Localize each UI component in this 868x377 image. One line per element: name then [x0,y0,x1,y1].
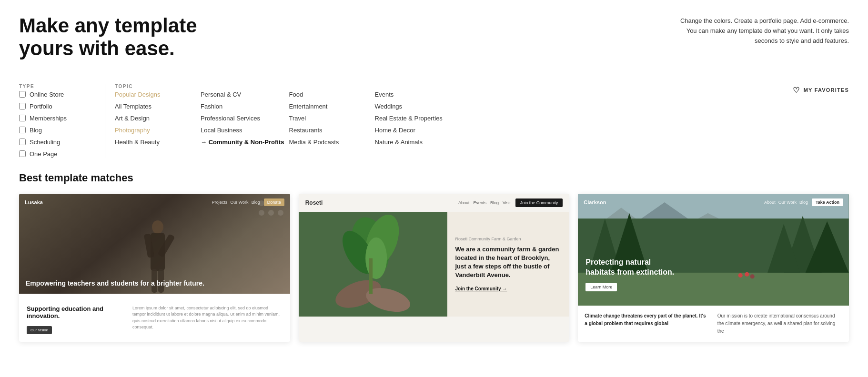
type-scheduling[interactable]: Scheduling [19,139,95,146]
topic-columns: Popular Designs All Templates Art & Desi… [115,91,793,146]
type-label-scheduling: Scheduling [30,139,60,146]
card-roseti-cta-btn[interactable]: Join the Community [515,198,563,207]
type-label-memberships: Memberships [30,115,67,122]
templates-grid: Lusaka Projects Our Work Blog Donate [19,194,849,342]
topic-col-1: Popular Designs All Templates Art & Desi… [115,91,201,146]
card-lusaka-bottom-right: Lorem ipsum dolor sit amet, consectetur … [132,305,283,334]
topic-all-templates[interactable]: All Templates [115,103,196,110]
template-card-roseti[interactable]: Roseti About Events Blog Visit Join the … [299,194,570,342]
topic-local-business[interactable]: Local Business [201,127,284,134]
card-lusaka-bottom: Supporting education and innovation. Our… [19,294,290,341]
topic-weddings[interactable]: Weddings [375,103,456,110]
type-label-online-store: Online Store [30,91,64,98]
template-card-clarkson[interactable]: Clarkson About Our Work Blog Take Action [578,194,849,342]
type-label-blog: Blog [30,127,42,134]
topic-photography[interactable]: Photography [115,127,196,134]
svg-point-6 [152,220,163,234]
type-label-one-page: One Page [30,150,58,158]
topic-filter-group: TOPIC Popular Designs All Templates Art … [115,84,793,146]
topic-art-design[interactable]: Art & Design [115,115,196,122]
svg-point-18 [365,237,387,279]
checkbox-blog[interactable] [19,127,26,133]
type-portfolio[interactable]: Portfolio [19,103,95,110]
type-online-store[interactable]: Online Store [19,91,95,98]
topic-community-nonprofits[interactable]: Community & Non-Profits [201,139,284,146]
card-clarkson-overlay-text: Protecting natural habitats from extinct… [585,258,681,278]
type-blog[interactable]: Blog [19,127,95,134]
svg-rect-19 [369,258,373,294]
card-roseti-sub: Roseti Community Farm & Garden [455,237,562,241]
checkbox-scheduling[interactable] [19,139,26,145]
card-roseti-main-text: We are a community farm & garden located… [455,245,562,280]
svg-point-33 [745,272,749,276]
header-description: Change the colors. Create a portfolio pa… [680,16,849,46]
topic-nature-animals[interactable]: Nature & Animals [375,139,456,146]
card-lusaka-nav: Lusaka Projects Our Work Blog Donate [25,198,284,206]
card-lusaka-bottom-title: Supporting education and innovation. [27,305,127,319]
topic-col-3: Food Entertainment Travel Restaurants Me… [289,91,375,146]
type-label-portfolio: Portfolio [30,103,52,110]
type-label: TYPE [19,84,95,89]
type-memberships[interactable]: Memberships [19,115,95,122]
topic-travel[interactable]: Travel [289,115,370,122]
card-clarkson-logo: Clarkson [584,199,606,205]
card-lusaka-nav-links: Projects Our Work Blog [212,200,260,205]
topic-col-4: Events Weddings Real Estate & Properties… [375,91,461,146]
topic-home-decor[interactable]: Home & Decor [375,127,456,134]
type-filter-group: TYPE Online Store Portfolio Memberships [19,84,95,158]
card-lusaka-logo: Lusaka [25,199,43,205]
topic-media-podcasts[interactable]: Media & Podcasts [289,139,370,146]
card-clarkson-action-btn[interactable]: Take Action [812,198,843,206]
type-one-page[interactable]: One Page [19,150,95,158]
topic-professional-services[interactable]: Professional Services [201,115,284,122]
svg-point-32 [738,273,743,278]
heart-icon: ♡ [793,86,800,95]
type-checkboxes: Online Store Portfolio Memberships Blog [19,91,95,158]
topic-real-estate[interactable]: Real Estate & Properties [375,115,456,122]
card-clarkson-bottom-col1: Climate change threatens every part of t… [585,312,709,335]
card-clarkson-learn-btn[interactable]: Learn More [585,283,617,291]
svg-point-34 [750,274,755,278]
topic-col-2: Personal & CV Fashion Professional Servi… [201,91,289,146]
card-roseti-logo: Roseti [305,199,323,206]
topic-events[interactable]: Events [375,91,456,98]
card-clarkson-nav: Clarkson About Our Work Blog Take Action [584,198,843,206]
topic-food[interactable]: Food [289,91,370,98]
best-matches-section: Best template matches [19,172,849,342]
topic-label: TOPIC [115,84,793,89]
card-roseti-header: Roseti About Events Blog Visit Join the … [299,194,570,212]
type-topic-divider [105,84,105,158]
filters-section: TYPE Online Store Portfolio Memberships [19,75,849,158]
topic-restaurants[interactable]: Restaurants [289,127,370,134]
checkbox-one-page[interactable] [19,150,26,157]
card-roseti-join-link[interactable]: Join the Community → [455,286,562,291]
svg-point-5 [278,210,283,216]
card-clarkson-bottom-col2: Our mission is to create international c… [717,312,842,335]
card-clarkson-bottom: Climate change threatens every part of t… [578,306,849,342]
topic-entertainment[interactable]: Entertainment [289,103,370,110]
best-matches-title: Best template matches [19,172,849,184]
svg-point-3 [259,210,264,216]
checkbox-online-store[interactable] [19,91,26,98]
topic-fashion[interactable]: Fashion [201,103,284,110]
card-lusaka-nav-cta[interactable]: Donate [264,198,284,206]
template-card-lusaka[interactable]: Lusaka Projects Our Work Blog Donate [19,194,290,342]
page-title: Make any template yours with ease. [19,14,197,60]
topic-health-beauty[interactable]: Health & Beauty [115,139,196,146]
checkbox-portfolio[interactable] [19,103,26,109]
favorites-button[interactable]: ♡ MY FAVORITES [793,84,849,95]
checkbox-memberships[interactable] [19,115,26,121]
card-lusaka-bottom-left: Supporting education and innovation. Our… [27,305,127,334]
roseti-plant-image [299,212,448,317]
svg-point-4 [268,210,274,216]
topic-personal-cv[interactable]: Personal & CV [201,91,284,98]
topic-popular-designs[interactable]: Popular Designs [115,91,196,98]
favorites-label: MY FAVORITES [804,87,849,93]
card-lusaka-overlay-text: Empowering teachers and students for a b… [26,279,283,288]
card-lusaka-vision-btn[interactable]: Our Vision [27,326,52,334]
